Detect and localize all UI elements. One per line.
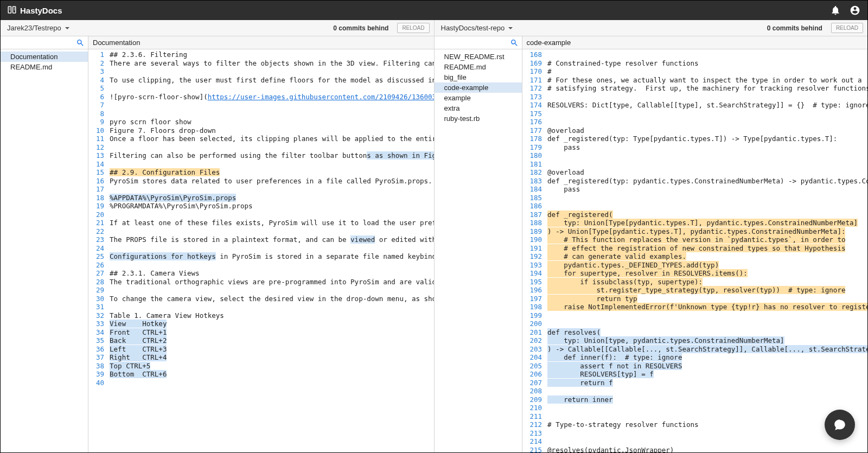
code-line[interactable] (547, 387, 867, 395)
tree-item[interactable]: README.md (435, 62, 522, 72)
code-line[interactable] (547, 429, 867, 438)
code-line[interactable] (110, 84, 433, 93)
code-line[interactable]: Figure 7. Floors drop-down (110, 126, 433, 135)
code-line[interactable]: ) -> Union[Type[pydantic.types.T], pydan… (547, 227, 867, 236)
code-line[interactable] (547, 160, 867, 169)
code-line[interactable]: for supertype, resolver in RESOLVERS.ite… (547, 269, 867, 278)
code-line[interactable]: @overload (547, 126, 867, 135)
code-line[interactable]: def _registered( (547, 210, 867, 219)
code-line[interactable] (110, 110, 433, 118)
code-left[interactable]: ## 2.3.6. FilteringThere are several way… (110, 49, 433, 452)
code-line[interactable]: # (547, 67, 867, 76)
code-line[interactable]: return f (547, 379, 867, 387)
code-line[interactable] (547, 118, 867, 126)
code-line[interactable] (547, 50, 867, 59)
code-line[interactable]: return inner (547, 395, 867, 404)
code-line[interactable] (110, 185, 433, 194)
code-line[interactable]: Once a floor has been selected, its clip… (110, 135, 433, 143)
code-line[interactable]: # Constrained-type resolver functions (547, 59, 867, 68)
code-line[interactable] (547, 412, 867, 421)
code-line[interactable]: Configurations for hotkeys in PyroSim is… (110, 252, 433, 261)
tree-item[interactable]: extra (435, 103, 522, 113)
code-line[interactable]: If at least one of these files exists, P… (110, 219, 433, 227)
code-line[interactable]: Front CTRL+1 (110, 328, 433, 337)
code-line[interactable]: @overload (547, 168, 867, 177)
notifications-icon[interactable] (829, 4, 841, 16)
code-line[interactable]: RESOLVERS: Dict[type, Callable[[type], s… (547, 101, 867, 110)
chat-fab[interactable] (825, 410, 855, 440)
code-line[interactable] (547, 437, 867, 446)
tree-item[interactable]: Documentation (1, 52, 88, 62)
code-line[interactable] (547, 151, 867, 160)
code-line[interactable]: # This function replaces the version in … (547, 235, 867, 244)
code-line[interactable] (110, 67, 433, 76)
code-line[interactable]: Table 1. Camera View Hotkeys (110, 311, 433, 320)
code-line[interactable]: def _registered(typ: pydantic.types.Cons… (547, 177, 867, 186)
code-line[interactable]: RESOLVERS[typ] = f (547, 370, 867, 379)
code-line[interactable]: pyro scrn floor show (110, 118, 433, 126)
code-line[interactable]: assert f not in RESOLVERS (547, 362, 867, 371)
code-line[interactable] (110, 379, 433, 387)
code-line[interactable]: # satisfying strategy. First up, the mac… (547, 84, 867, 93)
reload-button-right[interactable]: RELOAD (831, 23, 863, 33)
code-line[interactable] (547, 311, 867, 320)
code-line[interactable]: # For these ones, we actually want to in… (547, 76, 867, 85)
code-line[interactable]: # can generate valid examples. (547, 252, 867, 261)
search-icon[interactable] (510, 39, 519, 47)
code-line[interactable]: %APPDATA%\PyroSim\PyroSim.props (110, 194, 433, 202)
code-line[interactable]: Back CTRL+2 (110, 336, 433, 345)
code-line[interactable] (547, 404, 867, 412)
code-line[interactable]: ## 2.3.1. Camera Views (110, 269, 433, 278)
code-line[interactable]: ![pyro-scrn-floor-show](https://user-ima… (110, 93, 433, 101)
code-right[interactable]: # Constrained-type resolver functions## … (547, 49, 867, 452)
code-line[interactable]: Right CTRL+4 (110, 353, 433, 362)
tree-item[interactable]: NEW_README.rst (435, 52, 522, 62)
code-line[interactable]: pass (547, 185, 867, 194)
code-line[interactable] (547, 194, 867, 202)
code-line[interactable] (547, 320, 867, 328)
code-line[interactable] (110, 244, 433, 253)
code-line[interactable]: To use clipping, the user must first def… (110, 76, 433, 85)
code-line[interactable] (110, 143, 433, 152)
code-line[interactable]: def _registered(typ: Type[pydantic.types… (547, 135, 867, 143)
code-line[interactable]: raise NotImplementedError(f'Unknown type… (547, 303, 867, 311)
code-line[interactable] (110, 160, 433, 169)
code-line[interactable]: View Hotkey (110, 320, 433, 328)
code-line[interactable]: Top CTRL+5 (110, 362, 433, 371)
code-line[interactable] (110, 303, 433, 311)
search-icon[interactable] (76, 39, 85, 47)
code-line[interactable]: Filtering can also be performed using th… (110, 151, 433, 160)
code-line[interactable]: st.register_type_strategy(typ, resolver(… (547, 286, 867, 295)
code-line[interactable]: %PROGRAMDATA%\PyroSim\PyroSim.props (110, 202, 433, 210)
repo-dropdown-left[interactable]: Jarek23/Testrepo (5, 23, 72, 33)
code-line[interactable]: There are several ways to filter the obj… (110, 59, 433, 68)
code-line[interactable] (547, 202, 867, 210)
code-line[interactable]: pass (547, 143, 867, 152)
code-line[interactable] (110, 227, 433, 236)
code-line[interactable]: ## 2.9. Configuration Files (110, 168, 433, 177)
reload-button-left[interactable]: RELOAD (397, 23, 429, 33)
code-line[interactable]: PyroSim stores data related to user pref… (110, 177, 433, 186)
code-line[interactable]: # effect the registration of new constra… (547, 244, 867, 253)
code-line[interactable] (110, 101, 433, 110)
code-line[interactable]: Bottom CTRL+6 (110, 370, 433, 379)
code-line[interactable]: The PROPS file is stored in a plaintext … (110, 235, 433, 244)
code-line[interactable]: typ: Union[Type[pydantic.types.T], pydan… (547, 219, 867, 227)
code-line[interactable]: def resolves( (547, 328, 867, 337)
tree-item[interactable]: ruby-test.rb (435, 113, 522, 124)
account-icon[interactable] (849, 4, 861, 16)
code-line[interactable] (110, 261, 433, 270)
code-line[interactable]: return typ (547, 295, 867, 303)
code-line[interactable]: ) -> Callable[[Callable[..., st.SearchSt… (547, 345, 867, 354)
tree-item[interactable]: example (435, 93, 522, 103)
code-line[interactable]: typ: Union[type, pydantic.types.Constrai… (547, 336, 867, 345)
code-line[interactable] (547, 93, 867, 101)
code-line[interactable]: # Type-to-strategy resolver functions (547, 420, 867, 429)
code-line[interactable] (110, 210, 433, 219)
code-line[interactable]: Left CTRL+3 (110, 345, 433, 354)
tree-item[interactable]: big_file (435, 72, 522, 82)
code-line[interactable]: @resolves(pydantic.JsonWrapper) (547, 446, 867, 453)
code-line[interactable]: The traditional orthographic views are p… (110, 278, 433, 286)
tree-item[interactable]: code-example (435, 82, 522, 93)
code-line[interactable] (110, 286, 433, 295)
